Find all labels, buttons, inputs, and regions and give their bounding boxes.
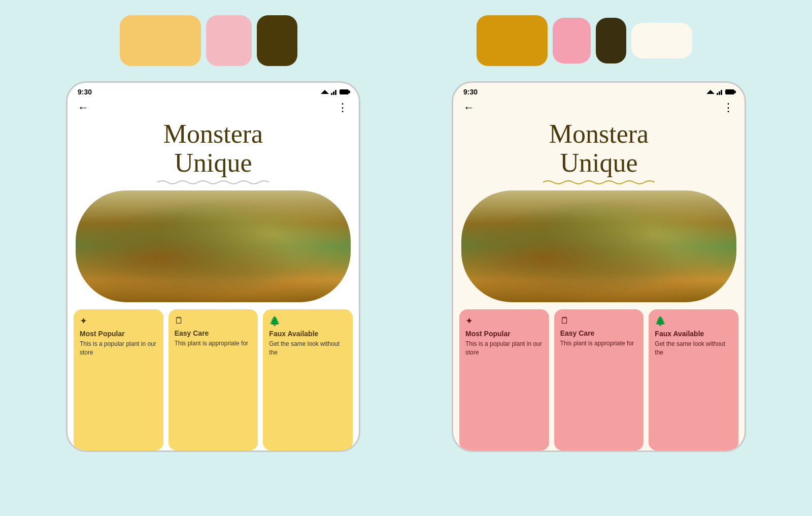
left-easy-care-text: This plant is appropriate for (175, 339, 252, 348)
more-menu-button-right[interactable]: ⋮ (723, 101, 734, 114)
dark-brown-swatch (596, 18, 626, 63)
right-most-popular-text: This is a popular plant in our store (465, 340, 543, 357)
wavy-line-right (543, 179, 655, 185)
back-button-right[interactable]: ← (463, 101, 475, 114)
phones-section: 9:30 ← (30, 81, 782, 452)
signal-bars-icon-right (717, 89, 722, 95)
left-easy-care-card: 🗒 Easy Care This plant is appropriate fo… (168, 309, 258, 450)
sparkle-icon-left: ✦ (80, 315, 157, 327)
left-faux-title: Faux Available (269, 330, 347, 338)
right-nav-bar: ← ⋮ (453, 98, 745, 119)
gold-swatch (477, 15, 548, 66)
brown-swatch (257, 15, 297, 66)
left-cards-section: ✦ Most Popular This is a popular plant i… (67, 302, 359, 450)
tree-icon-right: 🌲 (655, 315, 732, 327)
svg-marker-1 (706, 90, 715, 94)
yellow-swatch (120, 15, 201, 66)
back-button[interactable]: ← (78, 101, 89, 114)
left-faux-text: Get the same look without the (269, 340, 347, 357)
right-faux-card: 🌲 Faux Available Get the same look witho… (649, 309, 738, 450)
left-most-popular-title: Most Popular (80, 330, 157, 338)
left-most-popular-text: This is a popular plant in our store (80, 340, 157, 357)
right-time: 9:30 (463, 88, 478, 96)
right-cards-section: ✦ Most Popular This is a popular plant i… (453, 302, 745, 450)
cream-swatch (631, 23, 692, 58)
signal-bars-icon (331, 89, 336, 95)
right-plant-image (461, 190, 736, 302)
clipboard-icon-left: 🗒 (175, 315, 252, 326)
plant-photo-left (76, 190, 351, 302)
right-most-popular-title: Most Popular (465, 330, 543, 338)
battery-icon-right (725, 89, 734, 94)
wifi-icon (321, 89, 329, 95)
more-menu-button[interactable]: ⋮ (337, 101, 349, 114)
pink-swatch (206, 15, 252, 66)
left-time: 9:30 (78, 88, 92, 96)
rose-swatch (553, 18, 591, 63)
right-phone: 9:30 ← ⋮ Monster (452, 81, 746, 452)
left-swatches (120, 15, 297, 66)
left-easy-care-title: Easy Care (175, 329, 252, 337)
wifi-icon-right (706, 89, 715, 95)
right-status-icons (706, 89, 734, 95)
right-phone-wrapper: 9:30 ← ⋮ Monster (452, 81, 746, 452)
right-status-bar: 9:30 (453, 83, 745, 98)
left-plant-image (76, 190, 351, 302)
right-easy-care-text: This plant is appropriate for (560, 339, 638, 348)
left-status-icons (321, 89, 349, 95)
tree-icon-left: 🌲 (269, 315, 347, 327)
right-easy-care-card: 🗒 Easy Care This plant is appropriate fo… (554, 309, 644, 450)
right-plant-title: MonsteraUnique (453, 119, 745, 179)
left-most-popular-card: ✦ Most Popular This is a popular plant i… (74, 309, 163, 450)
right-faux-text: Get the same look without the (655, 340, 732, 357)
wavy-line-left (157, 179, 269, 185)
plant-photo-right (461, 190, 736, 302)
right-swatches (477, 15, 692, 66)
left-title-underline (67, 179, 359, 185)
left-status-bar: 9:30 (67, 83, 359, 98)
right-easy-care-title: Easy Care (560, 329, 638, 337)
sparkle-icon-right: ✦ (465, 315, 543, 327)
clipboard-icon-right: 🗒 (560, 315, 638, 326)
left-phone-wrapper: 9:30 ← (66, 81, 360, 452)
right-most-popular-card: ✦ Most Popular This is a popular plant i… (459, 309, 549, 450)
left-plant-title: MonsteraUnique (67, 119, 359, 179)
top-section (30, 15, 782, 66)
right-faux-title: Faux Available (655, 330, 732, 338)
battery-icon (340, 89, 349, 94)
left-nav-bar: ← ⋮ (67, 98, 359, 119)
left-phone: 9:30 ← (66, 81, 360, 452)
left-faux-card: 🌲 Faux Available Get the same look witho… (263, 309, 353, 450)
right-title-underline (453, 179, 745, 185)
svg-marker-0 (321, 90, 329, 94)
